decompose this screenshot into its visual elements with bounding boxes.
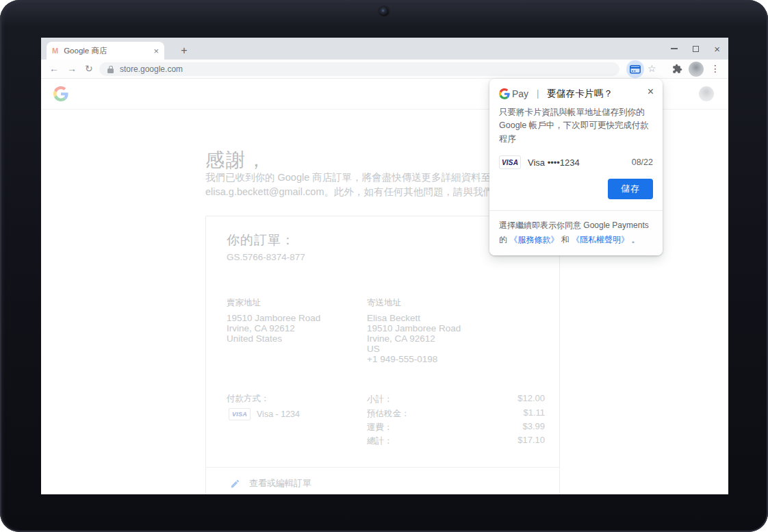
order-card-footer: 查看或編輯訂單 <box>206 467 559 494</box>
gpay-dialog-header: Pay ｜ 要儲存卡片嗎？ × <box>489 79 663 100</box>
google-g-icon <box>499 88 510 99</box>
shipping-line: Irvine, CA 92612 <box>367 333 461 344</box>
browser-toolbar: ← → ↻ store.google.com ☆ <box>41 60 728 79</box>
url-text: store.google.com <box>120 64 183 74</box>
browser-tab[interactable]: M Google 商店 × <box>47 42 164 60</box>
order-card: 你的訂單： GS.5766-8374-877 賣家地址 19510 Jambor… <box>205 216 560 494</box>
terms-text-post: 。 <box>631 235 639 244</box>
shipping-fee-value: $3.99 <box>435 421 545 431</box>
terms-text-mid: 和 <box>561 235 569 244</box>
edit-order-link[interactable]: 查看或編輯訂單 <box>230 477 311 490</box>
payment-card-text: Visa - 1234 <box>257 409 300 419</box>
tab-strip: M Google 商店 × + × <box>41 38 728 60</box>
bookmark-star-icon[interactable]: ☆ <box>648 63 656 74</box>
browser-window: M Google 商店 × + × ← → ↻ store.google. <box>41 38 728 494</box>
seller-line: 19510 Jamboree Road <box>227 313 320 323</box>
shipping-fee-label: 運費： <box>367 422 393 433</box>
tax-value: $1.11 <box>435 407 545 418</box>
save-card-icon[interactable] <box>626 60 644 78</box>
seller-address: 19510 Jamboree Road Irvine, CA 92612 Uni… <box>227 313 320 344</box>
shipping-line: US <box>367 344 461 354</box>
dialog-footer: 選擇繼續即表示你同意 Google Payments 的 《服務條款》 和 《隱… <box>489 210 663 255</box>
visa-logo: VISA <box>229 408 251 420</box>
google-logo-icon[interactable] <box>53 86 68 101</box>
shipping-address-label: 寄送地址 <box>367 297 401 309</box>
total-label: 總計： <box>367 435 393 447</box>
shipping-address: Elisa Beckett 19510 Jamboree Road Irvine… <box>367 313 461 364</box>
pencil-icon <box>230 479 240 489</box>
card-number-text: Visa ••••1234 <box>528 157 580 168</box>
order-title: 你的訂單： <box>227 231 295 249</box>
subtotal-label: 小計： <box>367 394 393 405</box>
gmail-favicon-icon: M <box>52 47 58 55</box>
seller-line: United States <box>227 333 320 344</box>
lock-icon <box>107 66 114 73</box>
intro-line-1: 我們已收到你的 Google 商店訂單，將會盡快傳送更多詳細資料至 <box>205 170 502 185</box>
dialog-body-text: 只要將卡片資訊與帳單地址儲存到你的 Google 帳戶中，下次即可更快完成付款程… <box>489 100 663 146</box>
tablet-device: M Google 商店 × + × ← → ↻ store.google. <box>0 0 768 532</box>
card-summary-row: VISA Visa ••••1234 08/22 <box>499 155 653 169</box>
page-title: 感謝， <box>205 147 267 173</box>
shipping-line: 19510 Jamboree Road <box>367 323 461 333</box>
dialog-close-icon[interactable]: × <box>648 86 654 97</box>
window-controls: × <box>671 38 720 60</box>
dialog-actions: 儲存 <box>489 169 663 210</box>
payment-method: VISA Visa - 1234 <box>229 408 300 420</box>
menu-dots-icon[interactable]: ⋮ <box>711 63 720 74</box>
credit-card-glyph <box>630 65 641 74</box>
window-close-icon[interactable]: × <box>714 44 720 54</box>
privacy-policy-link[interactable]: 《隱私權聲明》 <box>572 235 629 244</box>
edit-order-label: 查看或編輯訂單 <box>249 477 311 490</box>
tax-label: 預估稅金： <box>367 408 410 420</box>
seller-line: Irvine, CA 92612 <box>227 323 320 333</box>
gpay-save-card-dialog: Pay ｜ 要儲存卡片嗎？ × 只要將卡片資訊與帳單地址儲存到你的 Google… <box>489 79 663 255</box>
card-expiry: 08/22 <box>632 157 653 167</box>
tab-close-icon[interactable]: × <box>149 46 159 56</box>
subtotal-value: $12.00 <box>435 393 545 403</box>
back-icon[interactable]: ← <box>49 63 59 74</box>
seller-address-label: 賣家地址 <box>227 297 261 309</box>
address-bar[interactable]: store.google.com <box>99 62 619 76</box>
terms-of-service-link[interactable]: 《服務條款》 <box>509 235 559 244</box>
order-number: GS.5766-8374-877 <box>227 252 305 262</box>
dialog-title: 要儲存卡片嗎？ <box>547 88 613 100</box>
new-tab-button[interactable]: + <box>175 42 193 60</box>
title-divider: ｜ <box>533 88 542 100</box>
visa-logo: VISA <box>499 155 521 169</box>
tab-title: Google 商店 <box>64 46 149 56</box>
page-user-avatar[interactable] <box>699 86 714 101</box>
maximize-button[interactable] <box>693 46 699 52</box>
intro-text: 我們已收到你的 Google 商店訂單，將會盡快傳送更多詳細資料至 elisa.… <box>205 170 502 199</box>
total-value: $17.10 <box>435 435 545 445</box>
camera <box>379 7 389 16</box>
profile-avatar[interactable] <box>689 62 704 77</box>
shipping-line: Elisa Beckett <box>367 313 461 323</box>
gpay-brand-text: Pay <box>512 88 528 99</box>
forward-icon[interactable]: → <box>67 63 77 74</box>
minimize-button[interactable] <box>671 48 678 49</box>
payment-method-label: 付款方式： <box>227 393 270 405</box>
save-button[interactable]: 儲存 <box>608 179 653 199</box>
intro-line-2: elisa.g.beckett@gmail.com。此外，如有任何其他問題，請與… <box>205 185 502 199</box>
reload-icon[interactable]: ↻ <box>85 63 93 74</box>
shipping-line: +1 949-555-0198 <box>367 354 461 364</box>
tablet-bezel: M Google 商店 × + × ← → ↻ store.google. <box>0 0 768 532</box>
extensions-puzzle-icon[interactable] <box>672 64 682 77</box>
